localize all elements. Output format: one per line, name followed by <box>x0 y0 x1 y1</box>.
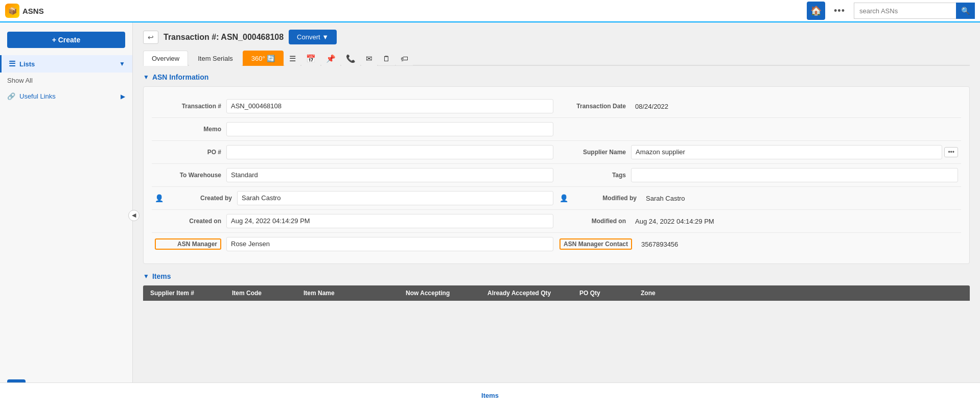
tab-overview[interactable]: Overview <box>143 51 188 66</box>
value-transaction-date: 08/24/2022 <box>631 100 958 113</box>
form-cell-created-on: Created on Aug 24, 2022 04:14:29 PM <box>152 210 556 232</box>
items-section: ▼ Items Supplier Item # Item Code Item N… <box>143 272 970 301</box>
label-modified-by: Modified by <box>570 195 637 202</box>
form-cell-memo-right <box>556 118 961 140</box>
value-asn-manager: Rose Jensen <box>226 237 553 251</box>
more-button[interactable]: ••• <box>830 2 849 20</box>
form-cell-asn-manager: ASN Manager Rose Jensen <box>152 233 556 255</box>
form-cell-transaction-num: Transaction # ASN_000468108 <box>152 95 556 117</box>
tabs-bar: Overview Item Serials 360° 🔄 ☰ 📅 📌 📞 ✉ 🗒… <box>143 50 970 66</box>
label-transaction-date: Transaction Date <box>559 103 626 110</box>
search-bar: 🔍 <box>854 3 975 19</box>
list-icon: ☰ <box>9 59 15 68</box>
main-content: ↩ Transaction #: ASN_000468108 Convert ▼… <box>133 22 980 408</box>
label-tags: Tags <box>559 172 626 179</box>
form-row-created-by: 👤 Created by Sarah Castro 👤 Modified by … <box>152 187 961 210</box>
col-po-qty: PO Qty <box>577 290 639 297</box>
logo-icon: 📦 <box>5 4 19 18</box>
tab-icon-list[interactable]: ☰ <box>285 51 300 66</box>
layout: + Create ☰ Lists ▼ Show All 🔗 Useful Lin… <box>0 22 980 408</box>
form-cell-warehouse: To Warehouse Standard <box>152 164 556 186</box>
sidebar-collapse-button[interactable]: ◀ <box>128 210 139 221</box>
value-tags <box>631 168 958 182</box>
create-button[interactable]: + Create <box>7 32 125 48</box>
tab-360[interactable]: 360° 🔄 <box>243 51 284 66</box>
lists-arrow-icon: ▼ <box>119 60 125 67</box>
app-title: ASNS <box>22 7 44 15</box>
form-row-asn-manager: ASN Manager Rose Jensen ASN Manager Cont… <box>152 233 961 255</box>
sidebar-item-lists[interactable]: ☰ Lists ▼ <box>0 55 132 73</box>
back-button[interactable]: ↩ <box>143 31 158 44</box>
modified-by-user-icon: 👤 <box>559 194 568 202</box>
tab-icon-mail[interactable]: ✉ <box>361 51 377 66</box>
home-button[interactable]: 🏠 <box>807 2 825 20</box>
page-title: Transaction #: ASN_000468108 <box>164 33 284 42</box>
back-bar: ↩ Transaction #: ASN_000468108 Convert ▼ <box>143 30 970 44</box>
items-toggle-icon: ▼ <box>143 273 149 280</box>
value-asn-manager-contact: 3567893456 <box>637 238 958 251</box>
value-created-on: Aug 24, 2022 04:14:29 PM <box>226 214 553 228</box>
asn-section-header[interactable]: ▼ ASN Information <box>143 73 970 81</box>
form-cell-asn-manager-contact: ASN Manager Contact 3567893456 <box>556 233 961 255</box>
value-po <box>226 145 553 159</box>
sidebar-show-all[interactable]: Show All <box>0 73 132 88</box>
app-logo: 📦 ASNS <box>5 4 44 18</box>
form-row-warehouse: To Warehouse Standard Tags <box>152 164 961 187</box>
form-row-transaction: Transaction # ASN_000468108 Transaction … <box>152 95 961 118</box>
asn-toggle-icon: ▼ <box>143 74 149 81</box>
value-created-by: Sarah Castro <box>237 191 553 205</box>
supplier-value-group: Amazon supplier ••• <box>631 145 958 159</box>
value-memo <box>226 122 553 136</box>
useful-links-label: Useful Links <box>19 92 56 100</box>
bottom-tabs: Items <box>0 382 980 408</box>
created-by-user-icon: 👤 <box>155 194 164 202</box>
form-cell-supplier: Supplier Name Amazon supplier ••• <box>556 141 961 163</box>
label-asn-manager-contact: ASN Manager Contact <box>559 238 632 250</box>
form-cell-memo: Memo <box>152 118 556 140</box>
label-created-by: Created by <box>166 195 232 202</box>
value-supplier: Amazon supplier <box>631 145 942 159</box>
bottom-tab-items[interactable]: Items <box>466 388 514 403</box>
form-cell-transaction-date: Transaction Date 08/24/2022 <box>556 95 961 117</box>
value-transaction-num: ASN_000468108 <box>226 99 553 113</box>
convert-button[interactable]: Convert ▼ <box>289 30 337 44</box>
sidebar-lists-label: Lists <box>19 60 35 68</box>
sidebar-useful-links[interactable]: 🔗 Useful Links ▶ <box>0 88 132 104</box>
label-modified-on: Modified on <box>559 218 626 225</box>
tab-icon-phone[interactable]: 📞 <box>341 51 360 66</box>
tab-icon-tag[interactable]: 🏷 <box>396 51 413 65</box>
label-transaction-num: Transaction # <box>155 103 221 110</box>
tab-icon-pin[interactable]: 📌 <box>321 51 340 66</box>
useful-links-arrow-icon: ▶ <box>121 93 125 100</box>
form-row-po: PO # Supplier Name Amazon supplier ••• <box>152 141 961 164</box>
supplier-more-button[interactable]: ••• <box>944 147 958 157</box>
items-table-header: Supplier Item # Item Code Item Name Now … <box>143 285 970 301</box>
form-cell-tags: Tags <box>556 164 961 186</box>
col-already-accepted: Already Accepted Qty <box>485 290 577 297</box>
useful-links-icon: 🔗 <box>7 92 15 100</box>
label-supplier: Supplier Name <box>559 149 626 156</box>
form-row-memo: Memo <box>152 118 961 141</box>
label-po: PO # <box>155 149 221 156</box>
items-section-header[interactable]: ▼ Items <box>143 272 970 280</box>
asn-section-title: ASN Information <box>152 73 208 81</box>
asn-form: Transaction # ASN_000468108 Transaction … <box>143 86 970 264</box>
navbar-icons: 🏠 ••• 🔍 <box>807 2 975 20</box>
label-created-on: Created on <box>155 218 221 225</box>
value-modified-by: Sarah Castro <box>642 192 958 205</box>
form-cell-po: PO # <box>152 141 556 163</box>
navbar: 📦 ASNS 🏠 ••• 🔍 <box>0 0 980 22</box>
label-warehouse: To Warehouse <box>155 172 221 179</box>
search-button[interactable]: 🔍 <box>956 3 975 19</box>
form-row-dates: Created on Aug 24, 2022 04:14:29 PM Modi… <box>152 210 961 233</box>
value-modified-on: Aug 24, 2022 04:14:29 PM <box>631 215 958 228</box>
tab-item-serials[interactable]: Item Serials <box>189 51 242 66</box>
value-warehouse: Standard <box>226 168 553 182</box>
sidebar: + Create ☰ Lists ▼ Show All 🔗 Useful Lin… <box>0 22 133 408</box>
col-supplier-item: Supplier Item # <box>148 290 230 297</box>
label-asn-manager: ASN Manager <box>155 238 221 250</box>
tab-icon-note[interactable]: 🗒 <box>378 51 395 65</box>
col-now-accepting: Now Accepting <box>404 290 485 297</box>
tab-icon-calendar[interactable]: 📅 <box>301 51 320 66</box>
search-input[interactable] <box>854 3 956 19</box>
